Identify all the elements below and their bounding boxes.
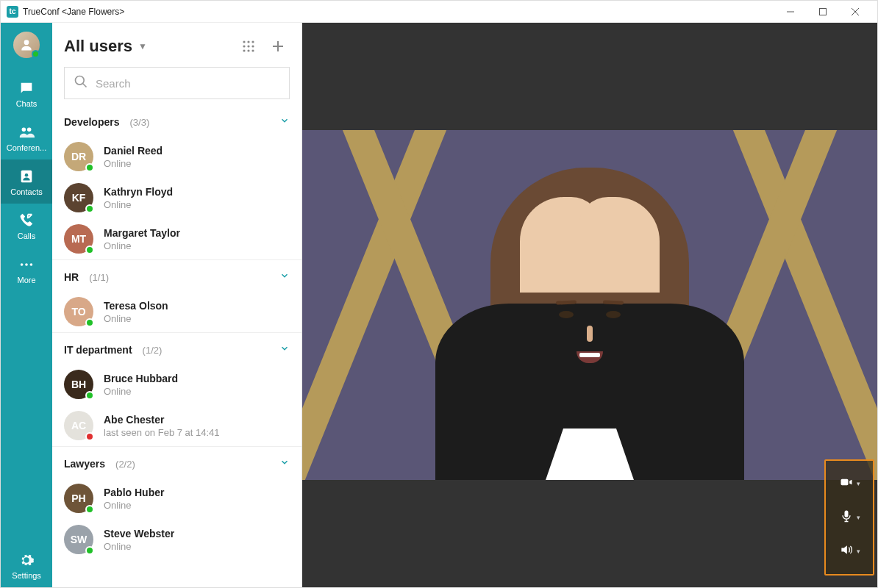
media-controls: ▾ ▾ ▾ bbox=[824, 459, 874, 576]
contact-avatar: BH bbox=[64, 370, 93, 399]
nav-label: More bbox=[17, 276, 35, 284]
search-box[interactable] bbox=[64, 67, 290, 99]
contact-item[interactable]: BHBruce HubbardOnline bbox=[52, 364, 301, 405]
contact-item[interactable]: MTMargaret TaylorOnline bbox=[52, 218, 301, 259]
close-button[interactable] bbox=[839, 1, 871, 22]
contact-info: Pablo HuberOnline bbox=[104, 487, 164, 511]
contact-status: Online bbox=[104, 240, 180, 251]
nav-label: Chats bbox=[16, 99, 38, 108]
group-count: (3/3) bbox=[129, 117, 149, 128]
contact-list[interactable]: Developers(3/3)DRDaniel ReedOnlineKFKath… bbox=[52, 105, 301, 587]
group-name: Lawyers bbox=[64, 458, 105, 470]
group-count: (1/2) bbox=[143, 345, 163, 356]
group-header[interactable]: IT department(1/2) bbox=[52, 332, 301, 364]
nav-label: Conferen... bbox=[7, 143, 46, 152]
speaker-toggle-button[interactable]: ▾ bbox=[826, 534, 873, 568]
contact-status: Online bbox=[104, 500, 164, 511]
contact-info: Steve WebsterOnline bbox=[104, 528, 174, 552]
svg-point-6 bbox=[27, 128, 31, 132]
chevron-down-icon bbox=[279, 115, 290, 129]
chevron-down-icon: ▼ bbox=[138, 41, 147, 51]
chevron-down-icon: ▾ bbox=[857, 548, 860, 555]
contact-status: Online bbox=[104, 199, 173, 210]
svg-rect-1 bbox=[820, 8, 827, 15]
contact-status: Online bbox=[104, 313, 168, 324]
video-frame bbox=[302, 130, 877, 480]
svg-point-5 bbox=[22, 128, 26, 132]
svg-point-16 bbox=[247, 45, 249, 47]
conference-icon bbox=[18, 124, 35, 140]
presence-indicator bbox=[85, 204, 94, 213]
contact-item[interactable]: PHPablo HuberOnline bbox=[52, 478, 301, 519]
contact-item[interactable]: DRDaniel ReedOnline bbox=[52, 136, 301, 177]
app-window: tc TrueConf <Jane Flowers> Chats Confere… bbox=[0, 0, 878, 588]
nav-contacts[interactable]: Contacts bbox=[1, 159, 52, 204]
user-avatar[interactable] bbox=[13, 32, 40, 58]
contact-status: Online bbox=[104, 541, 174, 552]
contact-item[interactable]: ACAbe Chesterlast seen on Feb 7 at 14:41 bbox=[52, 405, 301, 446]
maximize-button[interactable] bbox=[807, 1, 839, 22]
svg-point-18 bbox=[243, 49, 245, 51]
contact-item[interactable]: KFKathryn FloydOnline bbox=[52, 177, 301, 218]
gear-icon bbox=[18, 552, 35, 568]
chevron-down-icon bbox=[279, 343, 290, 356]
search-icon bbox=[74, 74, 88, 92]
nav-settings[interactable]: Settings bbox=[1, 543, 52, 587]
microphone-toggle-button[interactable]: ▾ bbox=[826, 501, 873, 534]
nav-conferences[interactable]: Conferen... bbox=[1, 115, 52, 159]
presence-indicator bbox=[85, 546, 94, 555]
dialpad-button[interactable] bbox=[237, 35, 260, 58]
group-header[interactable]: Developers(3/3) bbox=[52, 105, 301, 136]
speaker-icon bbox=[839, 542, 854, 560]
contact-avatar: SW bbox=[64, 525, 93, 554]
contact-avatar: PH bbox=[64, 484, 93, 513]
nav-chats[interactable]: Chats bbox=[1, 71, 52, 115]
chevron-down-icon bbox=[279, 270, 290, 284]
contact-name: Daniel Reed bbox=[104, 145, 163, 157]
contact-info: Daniel ReedOnline bbox=[104, 145, 163, 169]
presence-indicator bbox=[85, 391, 94, 400]
svg-point-14 bbox=[251, 40, 254, 43]
calls-icon bbox=[18, 212, 35, 229]
minimize-button[interactable] bbox=[774, 1, 807, 22]
svg-point-12 bbox=[243, 40, 245, 43]
contact-info: Abe Chesterlast seen on Feb 7 at 14:41 bbox=[104, 414, 220, 438]
contact-avatar: TO bbox=[64, 297, 93, 326]
contact-avatar: DR bbox=[64, 142, 93, 171]
contact-status: Online bbox=[104, 158, 163, 169]
presence-indicator bbox=[85, 432, 94, 441]
svg-point-4 bbox=[24, 40, 29, 45]
contact-avatar: KF bbox=[64, 183, 93, 212]
more-icon bbox=[18, 257, 35, 273]
nav-more[interactable]: More bbox=[1, 248, 52, 292]
contact-info: Bruce HubbardOnline bbox=[104, 373, 178, 397]
group-header[interactable]: HR(1/1) bbox=[52, 259, 301, 291]
contact-info: Kathryn FloydOnline bbox=[104, 186, 173, 210]
svg-rect-26 bbox=[844, 511, 848, 517]
search-input[interactable] bbox=[96, 77, 280, 90]
contacts-header: All users ▼ bbox=[52, 23, 301, 67]
svg-point-15 bbox=[243, 45, 245, 47]
svg-point-13 bbox=[247, 40, 249, 43]
presence-indicator bbox=[85, 318, 94, 327]
contacts-filter-dropdown[interactable]: All users ▼ bbox=[64, 37, 147, 56]
contacts-panel: All users ▼ Developers(3/3)DRDaniel Reed… bbox=[52, 23, 302, 587]
group-header[interactable]: Lawyers(2/2) bbox=[52, 446, 301, 478]
contact-name: Pablo Huber bbox=[104, 487, 164, 498]
nav-label: Calls bbox=[18, 232, 35, 240]
chevron-down-icon bbox=[279, 457, 290, 470]
camera-toggle-button[interactable]: ▾ bbox=[826, 467, 873, 501]
contact-avatar: AC bbox=[64, 411, 93, 440]
nav-label: Settings bbox=[12, 571, 41, 580]
nav-calls[interactable]: Calls bbox=[1, 204, 52, 248]
contact-name: Bruce Hubbard bbox=[104, 373, 178, 384]
contact-name: Teresa Olson bbox=[104, 300, 168, 312]
add-contact-button[interactable] bbox=[266, 35, 290, 58]
contact-item[interactable]: TOTeresa OlsonOnline bbox=[52, 291, 301, 332]
chevron-down-icon: ▾ bbox=[857, 480, 860, 487]
app-icon: tc bbox=[7, 6, 18, 18]
contact-info: Teresa OlsonOnline bbox=[104, 300, 168, 324]
contact-item[interactable]: SWSteve WebsterOnline bbox=[52, 519, 301, 560]
svg-point-19 bbox=[247, 49, 249, 51]
sidebar: Chats Conferen... Contacts Calls More bbox=[1, 23, 52, 587]
